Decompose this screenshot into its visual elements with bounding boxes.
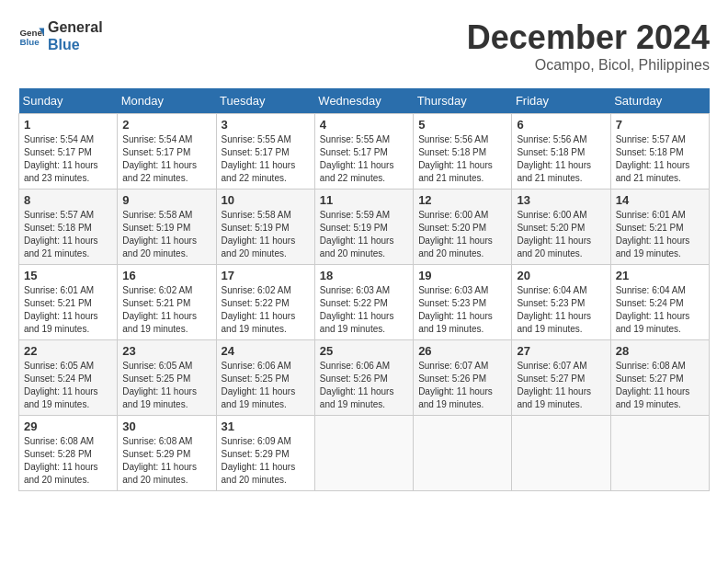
day-number: 18 (320, 269, 408, 282)
day-number: 3 (222, 118, 310, 132)
day-info: Sunrise: 5:58 AM Sunset: 5:19 PM Dayligh… (122, 209, 210, 260)
day-number: 19 (418, 269, 506, 282)
location: Ocampo, Bicol, Philippines (467, 57, 710, 74)
calendar-cell: 12 Sunrise: 6:00 AM Sunset: 5:20 PM Dayl… (414, 190, 512, 265)
calendar-cell: 17 Sunrise: 6:02 AM Sunset: 5:22 PM Dayl… (216, 265, 314, 340)
day-number: 16 (122, 269, 210, 282)
day-number: 4 (320, 118, 408, 132)
day-info: Sunrise: 6:09 AM Sunset: 5:29 PM Dayligh… (222, 435, 310, 487)
day-number: 17 (222, 269, 310, 282)
calendar-cell: 21 Sunrise: 6:04 AM Sunset: 5:24 PM Dayl… (610, 265, 709, 340)
calendar-cell: 1 Sunrise: 5:54 AM Sunset: 5:17 PM Dayli… (19, 114, 118, 190)
logo: General Blue General Blue (18, 18, 103, 53)
week-row-1: 1 Sunrise: 5:54 AM Sunset: 5:17 PM Dayli… (19, 114, 710, 190)
day-info: Sunrise: 6:04 AM Sunset: 5:23 PM Dayligh… (517, 284, 605, 336)
day-info: Sunrise: 5:54 AM Sunset: 5:17 PM Dayligh… (24, 133, 112, 185)
day-info: Sunrise: 6:05 AM Sunset: 5:24 PM Dayligh… (24, 360, 112, 411)
calendar-cell: 27 Sunrise: 6:07 AM Sunset: 5:27 PM Dayl… (512, 340, 610, 416)
calendar-cell: 23 Sunrise: 6:05 AM Sunset: 5:25 PM Dayl… (118, 340, 216, 416)
calendar-cell: 10 Sunrise: 5:58 AM Sunset: 5:19 PM Dayl… (216, 190, 314, 265)
calendar-cell: 5 Sunrise: 5:56 AM Sunset: 5:18 PM Dayli… (414, 114, 512, 190)
page-header: General Blue General Blue December 2024 … (18, 18, 710, 74)
day-info: Sunrise: 6:01 AM Sunset: 5:21 PM Dayligh… (24, 284, 112, 336)
day-number: 10 (222, 193, 310, 207)
day-number: 9 (122, 193, 210, 207)
day-number: 6 (517, 118, 605, 132)
week-row-5: 29 Sunrise: 6:08 AM Sunset: 5:28 PM Dayl… (19, 416, 710, 491)
day-number: 5 (418, 118, 506, 132)
day-info: Sunrise: 5:59 AM Sunset: 5:19 PM Dayligh… (320, 209, 408, 260)
day-info: Sunrise: 6:06 AM Sunset: 5:26 PM Dayligh… (320, 360, 408, 411)
calendar-cell: 11 Sunrise: 5:59 AM Sunset: 5:19 PM Dayl… (314, 190, 413, 265)
logo-text-general: General (48, 18, 103, 36)
calendar-cell: 4 Sunrise: 5:55 AM Sunset: 5:17 PM Dayli… (314, 114, 413, 190)
calendar-cell (512, 416, 610, 491)
weekday-header-thursday: Thursday (414, 88, 512, 114)
svg-text:Blue: Blue (19, 37, 40, 47)
week-row-4: 22 Sunrise: 6:05 AM Sunset: 5:24 PM Dayl… (19, 340, 710, 416)
calendar-cell: 8 Sunrise: 5:57 AM Sunset: 5:18 PM Dayli… (19, 190, 118, 265)
calendar-cell: 25 Sunrise: 6:06 AM Sunset: 5:26 PM Dayl… (314, 340, 413, 416)
day-info: Sunrise: 6:00 AM Sunset: 5:20 PM Dayligh… (517, 209, 605, 260)
day-info: Sunrise: 6:08 AM Sunset: 5:28 PM Dayligh… (24, 435, 112, 487)
calendar-cell: 6 Sunrise: 5:56 AM Sunset: 5:18 PM Dayli… (512, 114, 610, 190)
calendar-cell: 18 Sunrise: 6:03 AM Sunset: 5:22 PM Dayl… (314, 265, 413, 340)
day-info: Sunrise: 6:04 AM Sunset: 5:24 PM Dayligh… (616, 284, 704, 336)
day-number: 11 (320, 193, 408, 207)
day-number: 23 (122, 344, 210, 358)
day-info: Sunrise: 6:07 AM Sunset: 5:26 PM Dayligh… (418, 360, 506, 411)
calendar-cell: 30 Sunrise: 6:08 AM Sunset: 5:29 PM Dayl… (118, 416, 216, 491)
calendar-cell: 7 Sunrise: 5:57 AM Sunset: 5:18 PM Dayli… (610, 114, 709, 190)
calendar-cell: 22 Sunrise: 6:05 AM Sunset: 5:24 PM Dayl… (19, 340, 118, 416)
calendar-cell: 16 Sunrise: 6:02 AM Sunset: 5:21 PM Dayl… (118, 265, 216, 340)
day-number: 2 (122, 118, 210, 132)
day-number: 13 (517, 193, 605, 207)
day-number: 26 (418, 344, 506, 358)
day-info: Sunrise: 6:08 AM Sunset: 5:27 PM Dayligh… (616, 360, 704, 411)
day-number: 12 (418, 193, 506, 207)
day-info: Sunrise: 6:03 AM Sunset: 5:22 PM Dayligh… (320, 284, 408, 336)
day-info: Sunrise: 6:06 AM Sunset: 5:25 PM Dayligh… (222, 360, 310, 411)
day-number: 28 (616, 344, 704, 358)
calendar-cell: 14 Sunrise: 6:01 AM Sunset: 5:21 PM Dayl… (610, 190, 709, 265)
day-number: 1 (24, 118, 112, 132)
month-title: December 2024 (467, 18, 710, 57)
calendar-cell (414, 416, 512, 491)
week-row-3: 15 Sunrise: 6:01 AM Sunset: 5:21 PM Dayl… (19, 265, 710, 340)
day-number: 31 (222, 419, 310, 433)
day-number: 29 (24, 419, 112, 433)
day-number: 21 (616, 269, 704, 282)
weekday-header-sunday: Sunday (19, 88, 118, 114)
day-number: 14 (616, 193, 704, 207)
day-number: 15 (24, 269, 112, 282)
calendar-cell (610, 416, 709, 491)
day-info: Sunrise: 6:03 AM Sunset: 5:23 PM Dayligh… (418, 284, 506, 336)
logo-icon: General Blue (18, 23, 44, 49)
day-info: Sunrise: 5:55 AM Sunset: 5:17 PM Dayligh… (222, 133, 310, 185)
day-info: Sunrise: 5:58 AM Sunset: 5:19 PM Dayligh… (222, 209, 310, 260)
weekday-header-wednesday: Wednesday (314, 88, 413, 114)
day-info: Sunrise: 5:55 AM Sunset: 5:17 PM Dayligh… (320, 133, 408, 185)
day-number: 22 (24, 344, 112, 358)
day-info: Sunrise: 6:02 AM Sunset: 5:21 PM Dayligh… (122, 284, 210, 336)
day-number: 27 (517, 344, 605, 358)
logo-text-blue: Blue (48, 36, 103, 53)
day-number: 25 (320, 344, 408, 358)
calendar-cell: 24 Sunrise: 6:06 AM Sunset: 5:25 PM Dayl… (216, 340, 314, 416)
day-info: Sunrise: 5:54 AM Sunset: 5:17 PM Dayligh… (122, 133, 210, 185)
calendar-cell: 19 Sunrise: 6:03 AM Sunset: 5:23 PM Dayl… (414, 265, 512, 340)
weekday-header-tuesday: Tuesday (216, 88, 314, 114)
day-number: 7 (616, 118, 704, 132)
day-info: Sunrise: 6:07 AM Sunset: 5:27 PM Dayligh… (517, 360, 605, 411)
day-info: Sunrise: 6:08 AM Sunset: 5:29 PM Dayligh… (122, 435, 210, 487)
day-info: Sunrise: 6:00 AM Sunset: 5:20 PM Dayligh… (418, 209, 506, 260)
day-info: Sunrise: 5:56 AM Sunset: 5:18 PM Dayligh… (517, 133, 605, 185)
calendar-cell: 29 Sunrise: 6:08 AM Sunset: 5:28 PM Dayl… (19, 416, 118, 491)
day-info: Sunrise: 5:57 AM Sunset: 5:18 PM Dayligh… (24, 209, 112, 260)
weekday-header-friday: Friday (512, 88, 610, 114)
calendar-cell: 9 Sunrise: 5:58 AM Sunset: 5:19 PM Dayli… (118, 190, 216, 265)
weekday-header-row: SundayMondayTuesdayWednesdayThursdayFrid… (19, 88, 710, 114)
week-row-2: 8 Sunrise: 5:57 AM Sunset: 5:18 PM Dayli… (19, 190, 710, 265)
calendar-cell: 2 Sunrise: 5:54 AM Sunset: 5:17 PM Dayli… (118, 114, 216, 190)
calendar-cell: 20 Sunrise: 6:04 AM Sunset: 5:23 PM Dayl… (512, 265, 610, 340)
